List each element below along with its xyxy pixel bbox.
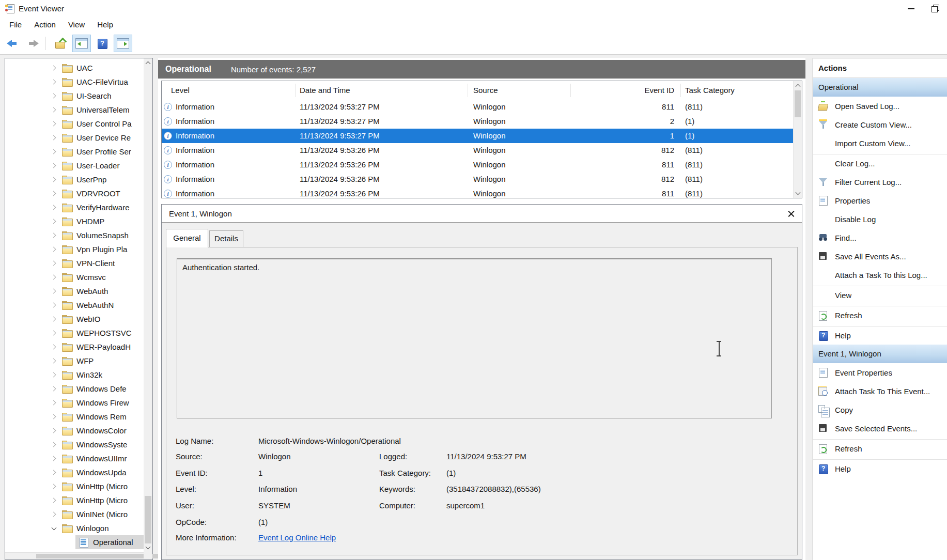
tree-item[interactable]: WEPHOSTSVC	[5, 326, 144, 340]
action-item[interactable]: Event Properties	[813, 363, 947, 382]
action-item[interactable]: Import Custom View...	[813, 134, 947, 152]
menu-item[interactable]: Help	[91, 18, 119, 31]
tree-item[interactable]: WindowsUIImr	[5, 452, 144, 465]
tree-item[interactable]: WindowsColor	[5, 424, 144, 438]
chevron-icon[interactable]	[49, 481, 59, 492]
chevron-icon[interactable]	[49, 161, 59, 171]
actions-group-header-operational[interactable]: Operational	[813, 78, 947, 97]
chevron-icon[interactable]	[49, 398, 59, 408]
action-item[interactable]: Help	[813, 326, 947, 345]
chevron-icon[interactable]	[49, 426, 59, 436]
scrollbar-thumb[interactable]	[36, 554, 176, 558]
tree-item[interactable]: WindowsUpda	[5, 465, 144, 479]
tree-item[interactable]: User-Loader	[5, 159, 144, 173]
scroll-down-icon[interactable]	[144, 543, 152, 552]
table-row[interactable]: Information 11/13/2024 9:53:26 PM Winlog…	[162, 172, 793, 186]
tree-item[interactable]: User Device Re	[5, 131, 144, 145]
caption-button[interactable]	[923, 0, 947, 17]
tree-item[interactable]: WebAuthN	[5, 298, 144, 312]
chevron-icon[interactable]	[49, 216, 59, 227]
chevron-icon[interactable]	[49, 147, 59, 157]
scroll-up-icon[interactable]	[144, 58, 152, 67]
toolbar-button[interactable]	[52, 35, 70, 52]
tree-item[interactable]: Windows Firew	[5, 396, 144, 410]
chevron-icon[interactable]	[49, 258, 59, 269]
tree-item[interactable]: WinHttp (Micro	[5, 493, 144, 507]
column-header-source[interactable]: Source	[473, 81, 498, 100]
action-item[interactable]: Refresh	[813, 306, 947, 324]
column-header-level[interactable]: Level	[171, 81, 190, 100]
toolbar-button[interactable]	[24, 35, 42, 52]
chevron-icon[interactable]	[49, 412, 59, 422]
action-item[interactable]: Create Custom View...	[813, 115, 947, 134]
tree-item[interactable]: UAC	[5, 61, 144, 75]
chevron-icon[interactable]	[49, 328, 59, 338]
tab-general[interactable]: General	[166, 229, 208, 247]
tree-item[interactable]: UniversalTelem	[5, 103, 144, 117]
tree-item[interactable]: UAC-FileVirtua	[5, 75, 144, 89]
action-item[interactable]: Clear Log...	[813, 154, 947, 173]
caption-button[interactable]	[899, 0, 923, 17]
toolbar-button[interactable]	[44, 35, 50, 52]
scrollbar-thumb[interactable]	[795, 90, 801, 117]
event-log-online-help-link[interactable]: Event Log Online Help	[258, 533, 336, 542]
tree-item[interactable]: WebAuth	[5, 284, 144, 298]
action-item[interactable]: View	[813, 286, 947, 304]
table-row[interactable]: Information 11/13/2024 9:53:26 PM Winlog…	[162, 143, 793, 158]
tree-item[interactable]: WebIO	[5, 312, 144, 326]
chevron-icon[interactable]	[49, 300, 59, 310]
toolbar-button[interactable]	[93, 35, 112, 52]
tree-item[interactable]: VerifyHardware	[5, 200, 144, 214]
menu-item[interactable]: View	[62, 18, 91, 31]
chevron-icon[interactable]	[49, 523, 59, 534]
tree-item[interactable]: Windows Defe	[5, 382, 144, 396]
event-description-box[interactable]: Authentication started.	[177, 258, 772, 418]
tree-item[interactable]: WFP	[5, 354, 144, 368]
table-row[interactable]: Information 11/13/2024 9:53:26 PM Winlog…	[162, 158, 793, 172]
toolbar-button[interactable]	[3, 35, 22, 52]
action-item[interactable]: Attach Task To This Event...	[813, 382, 947, 400]
chevron-icon[interactable]	[49, 105, 59, 115]
tree-item[interactable]: User Profile Ser	[5, 145, 144, 159]
table-vertical-scrollbar[interactable]	[793, 81, 802, 198]
chevron-icon[interactable]	[49, 468, 59, 478]
action-item[interactable]: Filter Current Log...	[813, 173, 947, 191]
action-item[interactable]: Attach a Task To this Log...	[813, 266, 947, 284]
scrollbar-thumb[interactable]	[145, 496, 151, 543]
chevron-icon[interactable]	[49, 63, 59, 73]
chevron-icon[interactable]	[49, 91, 59, 101]
column-header-task-category[interactable]: Task Category	[685, 81, 735, 100]
chevron-icon[interactable]	[49, 356, 59, 366]
action-item[interactable]: Find...	[813, 228, 947, 247]
tree-item[interactable]: WinINet (Micro	[5, 507, 144, 521]
tree-item[interactable]: Operational	[5, 535, 144, 549]
chevron-icon[interactable]	[49, 119, 59, 129]
tree-item[interactable]: Windows Rem	[5, 410, 144, 424]
table-row[interactable]: Information 11/13/2024 9:53:27 PM Winlog…	[162, 114, 793, 129]
chevron-icon[interactable]	[49, 286, 59, 297]
tree-item[interactable]: Wcmsvc	[5, 270, 144, 284]
toolbar-button[interactable]	[72, 35, 91, 52]
action-item[interactable]: Disable Log	[813, 210, 947, 228]
tree-item[interactable]: Win32k	[5, 368, 144, 382]
action-item[interactable]: Open Saved Log...	[813, 97, 947, 115]
table-row[interactable]: Information 11/13/2024 9:53:26 PM Winlog…	[162, 186, 793, 198]
tree-item[interactable]: User Control Pa	[5, 117, 144, 131]
toolbar-button[interactable]	[114, 35, 132, 52]
tree-item[interactable]: WER-PayloadH	[5, 340, 144, 354]
chevron-icon[interactable]	[65, 537, 75, 548]
chevron-icon[interactable]	[49, 342, 59, 352]
column-header-event-id[interactable]: Event ID	[585, 81, 674, 100]
tree-vertical-scrollbar[interactable]	[144, 58, 152, 552]
menu-item[interactable]: Action	[28, 18, 62, 31]
scroll-down-icon[interactable]	[794, 189, 802, 198]
menu-item[interactable]: File	[3, 18, 28, 31]
tree-item[interactable]: VHDMP	[5, 214, 144, 228]
tree-item[interactable]: UI-Search	[5, 89, 144, 103]
chevron-icon[interactable]	[49, 495, 59, 506]
chevron-icon[interactable]	[49, 384, 59, 394]
chevron-icon[interactable]	[49, 230, 59, 241]
tree-item[interactable]: Vpn Plugin Pla	[5, 242, 144, 256]
chevron-icon[interactable]	[49, 440, 59, 450]
tree-item[interactable]: Winlogon	[5, 521, 144, 535]
